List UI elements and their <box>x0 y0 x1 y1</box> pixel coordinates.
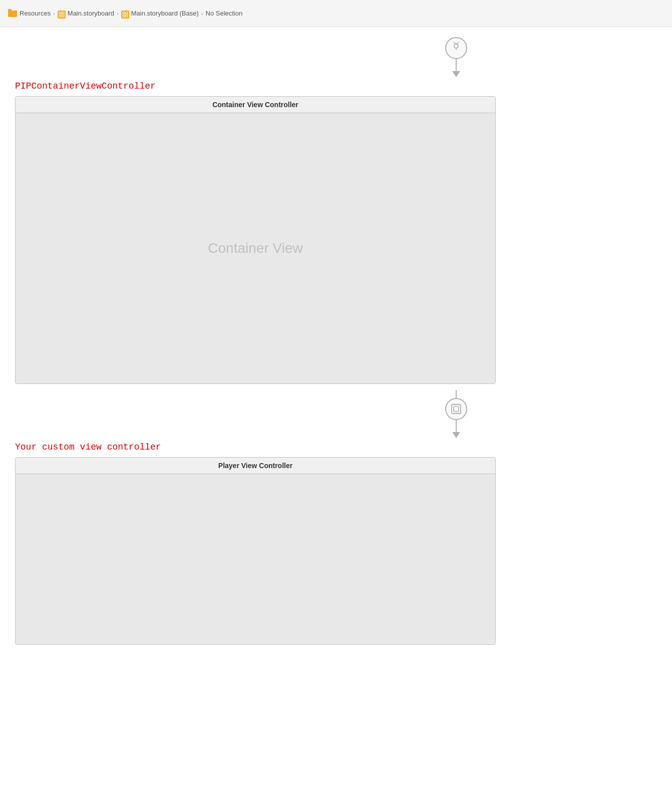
controller1-label: PIPContainerViewController <box>15 81 657 91</box>
breadcrumb-sep-1: › <box>53 11 55 17</box>
container-segue-icon <box>445 398 467 420</box>
breadcrumb-mainstoryboard[interactable]: Main.storyboard <box>68 10 114 17</box>
storyboard-icon-2 <box>121 11 129 19</box>
breadcrumb-no-selection: No Selection <box>206 10 243 17</box>
top-segue-connector <box>255 37 657 77</box>
svg-rect-0 <box>59 12 61 14</box>
svg-rect-12 <box>452 405 461 414</box>
embed-segue-icon <box>445 37 467 59</box>
svg-line-9 <box>453 42 456 44</box>
svg-rect-6 <box>123 15 125 17</box>
svg-point-8 <box>454 44 458 48</box>
breadcrumb-bar: Resources › Main.storyboard › Main.story… <box>0 0 672 27</box>
controller2-label: Your custom view controller <box>15 442 657 452</box>
breadcrumb-resources[interactable]: Resources <box>20 10 51 17</box>
player-vc-title: Player View Controller <box>16 458 495 474</box>
container-vc-content: Container View <box>16 113 495 383</box>
container-view-label: Container View <box>208 240 302 256</box>
storyboard-icon-1 <box>58 11 66 19</box>
svg-rect-3 <box>62 15 64 17</box>
container-vc-box[interactable]: Container View Controller Container View <box>15 96 496 384</box>
arrow-down-2 <box>452 420 460 438</box>
svg-rect-4 <box>123 12 125 14</box>
container-vc-title: Container View Controller <box>16 97 495 113</box>
svg-rect-2 <box>59 15 61 17</box>
breadcrumb-sep-2: › <box>117 11 119 17</box>
breadcrumb: Resources › Main.storyboard › Main.story… <box>8 10 242 18</box>
svg-rect-5 <box>126 12 128 14</box>
player-vc-content <box>16 474 495 644</box>
middle-segue-connector <box>255 390 657 438</box>
folder-icon <box>8 11 17 17</box>
player-vc-box[interactable]: Player View Controller <box>15 457 496 645</box>
svg-line-10 <box>456 42 459 44</box>
breadcrumb-mainstoryboard-base[interactable]: Main.storyboard (Base) <box>131 10 199 17</box>
canvas-area: PIPContainerViewController Container Vie… <box>0 27 672 808</box>
svg-rect-13 <box>454 407 459 412</box>
breadcrumb-sep-3: › <box>201 11 203 17</box>
svg-rect-7 <box>126 15 128 17</box>
svg-rect-1 <box>62 12 64 14</box>
arrow-down-1 <box>452 59 460 77</box>
